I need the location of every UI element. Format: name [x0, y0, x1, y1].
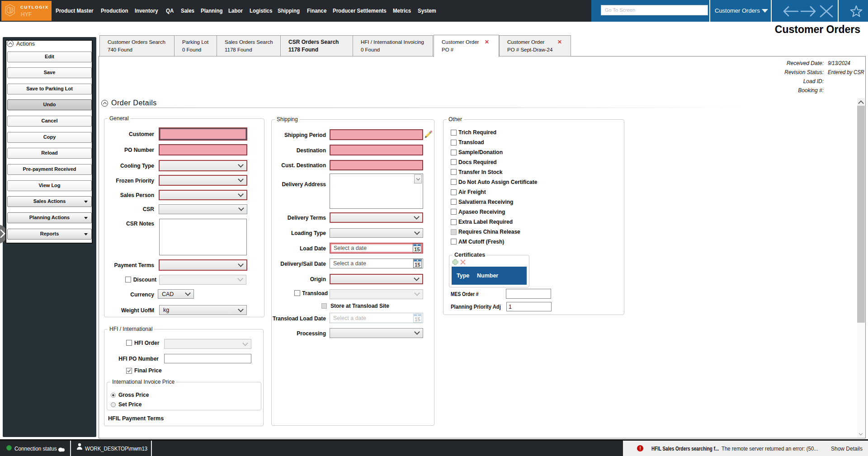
svg-text:15: 15 [414, 246, 420, 252]
svg-text:15: 15 [415, 316, 420, 322]
svg-text:15: 15 [415, 262, 420, 267]
